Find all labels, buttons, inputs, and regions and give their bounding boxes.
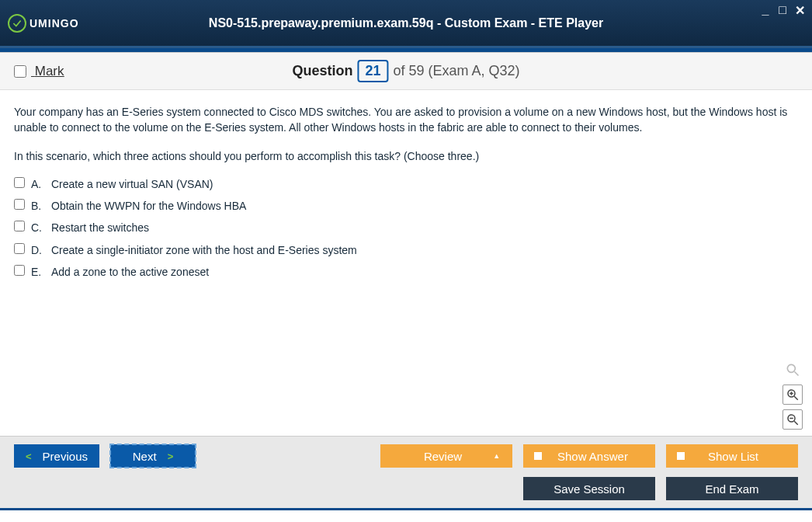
review-button[interactable]: Review ▲ [380, 444, 512, 468]
option-text: Add a zone to the active zoneset [51, 264, 209, 280]
question-number: 21 [357, 60, 388, 82]
minimize-icon[interactable]: _ [759, 3, 772, 18]
square-icon [534, 452, 542, 460]
option-text: Obtain the WWPN for the Windows HBA [51, 198, 246, 214]
option-a-checkbox[interactable] [14, 177, 25, 188]
next-button[interactable]: Next > [110, 444, 196, 468]
window-controls: _ □ ✕ [759, 3, 806, 18]
option-letter: E. [31, 264, 45, 280]
option-b-checkbox[interactable] [14, 199, 25, 210]
question-para-2: In this scenario, which three actions sh… [14, 148, 798, 164]
close-icon[interactable]: ✕ [793, 3, 806, 18]
title-bar: UMINGO NS0-515.prepaway.premium.exam.59q… [0, 0, 812, 48]
question-body: Your company has an E-Series system conn… [0, 90, 812, 436]
footer: < Previous Next > Review ▲ Show Answer S… [0, 436, 812, 508]
bottom-accent [0, 508, 812, 510]
app-logo: UMINGO [8, 14, 79, 33]
svg-point-0 [787, 364, 795, 372]
show-list-button[interactable]: Show List [666, 444, 798, 468]
checkmark-icon [8, 14, 26, 33]
option-d-checkbox[interactable] [14, 243, 25, 254]
mark-label: Mark [35, 64, 64, 78]
maximize-icon[interactable]: □ [776, 3, 789, 18]
mark-checkbox[interactable]: Mark [14, 64, 64, 79]
svg-line-7 [794, 421, 798, 425]
option-c[interactable]: C. Restart the switches [14, 220, 798, 235]
question-indicator: Question 21 of 59 (Exam A, Q32) [292, 60, 519, 82]
option-c-checkbox[interactable] [14, 221, 25, 231]
question-word: Question [292, 63, 352, 79]
option-text: Restart the switches [51, 220, 149, 235]
next-label: Next [133, 450, 157, 463]
chevron-left-icon: < [26, 451, 32, 462]
option-d[interactable]: D. Create a single-initiator zone with t… [14, 242, 798, 258]
show-list-label: Show List [708, 450, 758, 463]
show-answer-button[interactable]: Show Answer [523, 444, 655, 468]
square-icon [677, 452, 685, 460]
option-letter: D. [31, 242, 45, 258]
end-exam-label: End Exam [705, 482, 758, 496]
option-letter: C. [31, 220, 45, 235]
zoom-out-icon[interactable] [783, 409, 803, 430]
logo-text: UMINGO [29, 17, 79, 30]
search-icon[interactable] [783, 360, 803, 380]
option-b[interactable]: B. Obtain the WWPN for the Windows HBA [14, 198, 798, 214]
review-label: Review [424, 450, 462, 463]
option-text: Create a new virtual SAN (VSAN) [51, 176, 213, 192]
end-exam-button[interactable]: End Exam [666, 477, 798, 500]
previous-label: Previous [43, 450, 88, 463]
question-para-1: Your company has an E-Series system conn… [14, 104, 798, 136]
option-text: Create a single-initiator zone with the … [51, 242, 357, 258]
question-suffix: of 59 (Exam A, Q32) [393, 63, 519, 79]
window-title: NS0-515.prepaway.premium.exam.59q - Cust… [209, 16, 603, 30]
footer-row-2: Save Session End Exam [14, 477, 798, 500]
question-header: Mark Question 21 of 59 (Exam A, Q32) [0, 53, 812, 90]
mark-checkbox-input[interactable] [14, 65, 26, 78]
svg-line-1 [795, 372, 799, 376]
zoom-tools [783, 360, 803, 430]
zoom-in-icon[interactable] [783, 385, 803, 405]
previous-button[interactable]: < Previous [14, 444, 99, 468]
chevron-right-icon: > [168, 451, 174, 462]
option-e-checkbox[interactable] [14, 265, 25, 276]
options-list: A. Create a new virtual SAN (VSAN) B. Ob… [14, 176, 798, 280]
save-session-button[interactable]: Save Session [523, 477, 655, 500]
option-e[interactable]: E. Add a zone to the active zoneset [14, 264, 798, 280]
option-letter: B. [31, 198, 45, 214]
show-answer-label: Show Answer [557, 450, 628, 463]
option-letter: A. [31, 176, 45, 192]
footer-row-1: < Previous Next > Review ▲ Show Answer S… [14, 444, 798, 468]
save-session-label: Save Session [553, 482, 625, 496]
svg-line-3 [794, 396, 798, 400]
triangle-up-icon: ▲ [493, 452, 500, 460]
option-a[interactable]: A. Create a new virtual SAN (VSAN) [14, 176, 798, 192]
